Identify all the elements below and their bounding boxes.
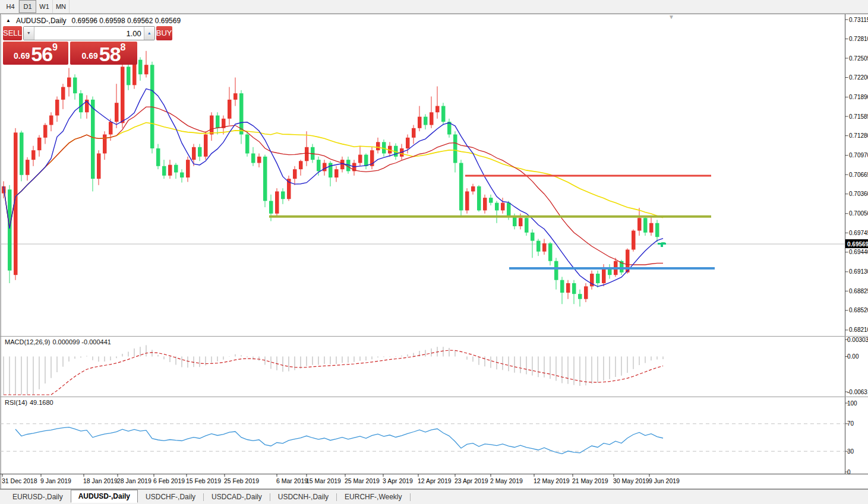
trade-buttons-row: SELL ▼ ▲ BUY	[3, 26, 130, 40]
candle-up	[435, 106, 440, 113]
candle-down	[572, 283, 576, 294]
candle-up	[210, 116, 214, 135]
buy-price-display[interactable]: 0.69 58 8	[70, 42, 137, 65]
candle-down	[548, 243, 553, 261]
candle-up	[602, 267, 606, 283]
candle-down	[216, 116, 220, 128]
candle-down	[8, 189, 12, 270]
candle-up	[67, 78, 71, 87]
svg-text:0.71890: 0.71890	[849, 94, 868, 100]
buy-price-big-digits: 58	[99, 45, 121, 64]
last-price-marker	[658, 243, 666, 245]
candle-down	[138, 60, 143, 75]
candle-up	[632, 231, 636, 250]
candle-up	[144, 65, 149, 74]
time-axis[interactable]: 31 Dec 20189 Jan 201918 Jan 201928 Jan 2…	[2, 474, 680, 485]
candle-down	[329, 163, 333, 177]
candle-up	[168, 165, 172, 176]
svg-text:100: 100	[847, 400, 857, 407]
candle-up	[483, 198, 487, 210]
volume-decrease-button[interactable]: ▼	[24, 27, 34, 40]
sell-price-pipette: 9	[52, 42, 58, 53]
rsi-name: RSI(14)	[5, 399, 27, 406]
candle-down	[245, 134, 250, 153]
candle-down	[536, 241, 541, 252]
svg-text:0.68520: 0.68520	[849, 307, 868, 313]
svg-text:12 Apr 2019: 12 Apr 2019	[418, 477, 452, 484]
candle-down	[180, 172, 184, 177]
candle-up	[233, 93, 238, 100]
macd-name: MACD(12,26,9)	[5, 338, 50, 345]
svg-text:6 Mar 2019: 6 Mar 2019	[276, 477, 308, 484]
chart-title: ▲ AUDUSD-,Daily 0.69596 0.69598 0.69562 …	[6, 17, 181, 25]
candle-up	[204, 134, 208, 156]
svg-text:0.72200: 0.72200	[849, 74, 868, 81]
timeframe-button-w1[interactable]: W1	[36, 0, 53, 13]
svg-text:28 Jan 2019: 28 Jan 2019	[117, 477, 151, 484]
sell-price-display[interactable]: 0.69 56 9	[3, 42, 68, 65]
candle-down	[127, 66, 131, 85]
candle-down	[269, 201, 273, 213]
tab-separator	[410, 493, 411, 501]
svg-text:0.69569: 0.69569	[847, 241, 868, 248]
candle-down	[560, 280, 564, 293]
buy-price-base: 0.69	[82, 51, 98, 61]
candle-down	[79, 93, 83, 112]
svg-text:0.00: 0.00	[847, 353, 859, 360]
chart-collapse-icon[interactable]: ▼	[668, 14, 674, 20]
svg-text:0.71585: 0.71585	[849, 113, 868, 120]
spinner-down-icon: ▼	[27, 31, 31, 35]
macd-values: 0.000099 -0.000441	[52, 338, 111, 345]
candle-down	[495, 203, 499, 211]
candle-down	[364, 155, 368, 166]
svg-text:0.70665: 0.70665	[849, 172, 868, 178]
timeframe-button-mn[interactable]: MN	[53, 0, 70, 13]
one-click-panel-toggle-icon[interactable]: ▲	[6, 17, 11, 24]
svg-text:18 Jan 2019: 18 Jan 2019	[83, 477, 118, 484]
candle-up	[358, 155, 362, 163]
chart-tab-usdcnh[interactable]: USDCNH-,Daily	[270, 491, 336, 503]
buy-button[interactable]: BUY	[156, 26, 172, 40]
candle-down	[459, 163, 463, 210]
volume-stepper: ▼ ▲	[23, 26, 155, 40]
candle-down	[156, 148, 160, 166]
svg-text:23 Apr 2019: 23 Apr 2019	[454, 477, 488, 484]
candle-up	[340, 160, 345, 169]
chart-ohlc-values: 0.69596 0.69598 0.69562 0.69569	[72, 17, 181, 25]
candle-down	[317, 160, 321, 171]
chart-tab-usdcad[interactable]: USDCAD-,Daily	[204, 491, 270, 503]
svg-text:0.72505: 0.72505	[849, 55, 868, 62]
chart-tab-eurchf[interactable]: EURCHF-,Weekly	[337, 491, 409, 503]
svg-text:0.71280: 0.71280	[849, 132, 868, 139]
candle-up	[323, 163, 327, 171]
svg-text:0.69440: 0.69440	[849, 249, 868, 255]
chart-tab-eurusd[interactable]: EURUSD-,Daily	[5, 491, 71, 503]
timeframe-button-h4[interactable]: H4	[2, 0, 19, 13]
rsi-indicator-label: RSI(14)49.1680	[5, 399, 53, 406]
price-axis[interactable]: 0.731150.728100.725050.722000.718900.715…	[845, 17, 868, 334]
candle-up	[192, 147, 196, 160]
chart-symbol-label: AUDUSD-,Daily	[16, 17, 67, 25]
candle-up	[334, 169, 339, 177]
candle-up	[228, 100, 232, 119]
svg-text:3 Apr 2019: 3 Apr 2019	[383, 477, 413, 484]
sell-button[interactable]: SELL	[3, 26, 22, 40]
chart-tab-audusd[interactable]: AUDUSD-,Daily	[71, 490, 138, 503]
chart-canvas[interactable]: 0.731150.728100.725050.722000.718900.715…	[0, 0, 868, 489]
candle-up	[115, 103, 119, 122]
volume-input[interactable]	[34, 27, 144, 40]
timeframe-button-d1[interactable]: D1	[19, 0, 36, 13]
svg-text:0.003035: 0.003035	[847, 337, 868, 343]
candle-up	[275, 191, 279, 213]
candle-up	[43, 125, 48, 138]
svg-text:9 Jun 2019: 9 Jun 2019	[649, 477, 680, 484]
candle-up	[37, 138, 42, 150]
candle-up	[418, 117, 422, 128]
ma-20-line	[4, 107, 663, 265]
candle-up	[55, 100, 59, 116]
chart-tab-usdchf[interactable]: USDCHF-,Daily	[138, 491, 203, 503]
volume-increase-button[interactable]: ▲	[144, 27, 154, 40]
candle-down	[281, 191, 285, 199]
candle-up	[97, 153, 101, 179]
candle-up	[121, 66, 125, 123]
